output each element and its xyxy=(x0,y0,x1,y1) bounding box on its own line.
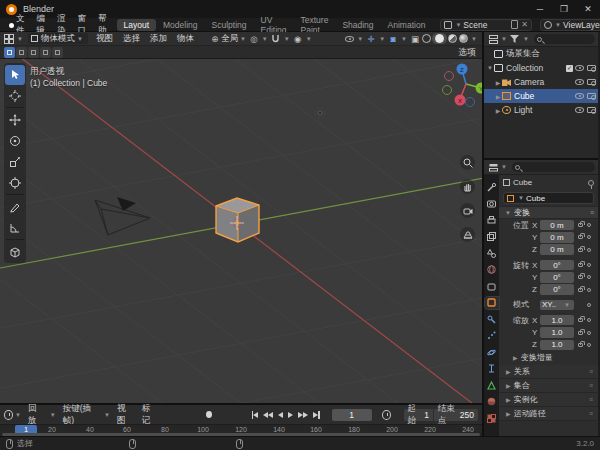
current-frame-field[interactable]: 1 xyxy=(332,409,372,421)
visibility-icon[interactable] xyxy=(343,33,355,45)
camera-view-button[interactable] xyxy=(460,203,475,218)
tool-select-box[interactable] xyxy=(5,65,25,85)
lock-icon[interactable] xyxy=(578,275,583,279)
light-object[interactable] xyxy=(315,108,325,118)
menu-playback[interactable]: 回放 xyxy=(23,403,48,427)
animate-dot-icon[interactable] xyxy=(587,275,591,279)
tool-measure[interactable] xyxy=(5,218,25,238)
shading-material-icon[interactable] xyxy=(448,34,457,43)
auto-key-record-icon[interactable] xyxy=(206,411,212,418)
lock-icon[interactable] xyxy=(578,318,583,322)
expand-arrow-icon[interactable]: ▶ xyxy=(494,107,502,114)
properties-editor-icon[interactable] xyxy=(487,161,499,173)
panel-menu-icon[interactable]: ≡ xyxy=(590,209,594,216)
lock-icon[interactable] xyxy=(578,331,583,335)
menu-view[interactable]: 视图 xyxy=(91,33,118,45)
pin-icon[interactable] xyxy=(588,180,594,186)
outliner-row-camera[interactable]: ▶ Camera xyxy=(484,75,598,89)
object-name-field[interactable]: ▼ Cube xyxy=(503,192,594,204)
collection-checkbox[interactable]: ✓ xyxy=(566,65,573,72)
xray-toggle-icon[interactable]: ▣ xyxy=(409,33,421,45)
use-preview-range-icon[interactable] xyxy=(382,410,391,420)
pan-hand-button[interactable] xyxy=(460,179,475,194)
tool-add-cube[interactable] xyxy=(5,242,25,262)
hide-viewport-icon[interactable] xyxy=(575,93,584,99)
viewport-3d[interactable]: Z Y X 用户透视 (1) Collection | Cube xyxy=(0,59,482,403)
location-z-field[interactable]: 0 m xyxy=(540,244,574,255)
tab-shading[interactable]: Shading xyxy=(335,19,380,31)
hide-viewport-icon[interactable] xyxy=(575,79,584,85)
rotation-z-field[interactable]: 0° xyxy=(540,284,574,295)
overlays-toggle-icon[interactable]: ◙ xyxy=(387,33,399,45)
filter-icon[interactable] xyxy=(509,33,521,45)
view-layer-selector[interactable]: ▼ ViewLayer ✕ xyxy=(540,19,600,31)
rotation-y-field[interactable]: 0° xyxy=(540,272,574,283)
tool-scale[interactable] xyxy=(5,152,25,172)
tab-collection[interactable] xyxy=(485,280,499,292)
menu-markers[interactable]: 标记 xyxy=(137,403,162,427)
shading-wireframe-icon[interactable] xyxy=(422,34,431,43)
outliner-row-light[interactable]: ▶ Light xyxy=(484,103,598,117)
tool-rotate[interactable] xyxy=(5,131,25,151)
tab-scene[interactable] xyxy=(485,247,499,259)
frame-end-field[interactable]: 结束点 250 xyxy=(433,409,478,421)
panel-delta-transform[interactable]: ▶ 变换增量 xyxy=(499,351,598,365)
tab-material[interactable] xyxy=(485,396,499,408)
tab-tool[interactable] xyxy=(485,181,499,193)
select-mode-invert-icon[interactable] xyxy=(40,47,51,58)
scene-selector[interactable]: ▼ Scene ✕ xyxy=(440,19,532,31)
editor-type-icon[interactable] xyxy=(3,33,15,45)
animate-dot-icon[interactable] xyxy=(587,343,591,347)
tool-annotate[interactable] xyxy=(5,197,25,217)
new-scene-icon[interactable] xyxy=(511,20,518,29)
hide-viewport-icon[interactable] xyxy=(575,107,584,113)
tool-transform[interactable] xyxy=(5,173,25,193)
animate-dot-icon[interactable] xyxy=(587,303,591,307)
tab-sculpting[interactable]: Sculpting xyxy=(205,19,254,31)
play-button[interactable] xyxy=(288,409,293,421)
animate-dot-icon[interactable] xyxy=(587,235,591,239)
tab-modeling[interactable]: Modeling xyxy=(156,19,205,31)
perspective-toggle-button[interactable] xyxy=(460,227,475,242)
tab-output[interactable] xyxy=(485,214,499,226)
scale-z-field[interactable]: 1.0 xyxy=(540,340,574,351)
jump-to-start-button[interactable] xyxy=(252,409,259,421)
close-button[interactable]: ✕ xyxy=(576,0,600,18)
select-mode-extend-icon[interactable] xyxy=(16,47,27,58)
animate-dot-icon[interactable] xyxy=(587,288,591,292)
tab-world[interactable] xyxy=(485,264,499,276)
frame-start-field[interactable]: 起始 1 xyxy=(404,409,433,421)
rotation-x-field[interactable]: 0° xyxy=(540,260,574,271)
disable-render-icon[interactable] xyxy=(587,93,596,99)
tab-layout[interactable]: Layout xyxy=(117,19,157,31)
camera-object[interactable] xyxy=(95,197,150,235)
pivot-point-icon[interactable]: ◎ xyxy=(248,33,260,45)
timeline-editor-icon[interactable] xyxy=(4,410,13,420)
outliner-row-cube[interactable]: ▶ Cube xyxy=(484,89,598,103)
panel-collections[interactable]: ▶ 集合 ≡ xyxy=(499,379,598,393)
location-x-field[interactable]: 0 m xyxy=(540,220,574,231)
tab-view-layer[interactable] xyxy=(485,231,499,243)
outliner-row-scene-collection[interactable]: 场景集合 xyxy=(484,47,598,61)
tab-data[interactable] xyxy=(485,379,499,391)
select-mode-new-icon[interactable] xyxy=(4,47,15,58)
tab-animation[interactable]: Animation xyxy=(381,19,433,31)
panel-instancing[interactable]: ▶ 实例化 ≡ xyxy=(499,393,598,407)
lock-icon[interactable] xyxy=(578,248,583,252)
disable-render-icon[interactable] xyxy=(587,79,596,85)
animate-dot-icon[interactable] xyxy=(587,331,591,335)
scale-x-field[interactable]: 1.0 xyxy=(540,315,574,326)
outliner-display-mode-icon[interactable] xyxy=(487,33,499,45)
location-y-field[interactable]: 0 m xyxy=(540,232,574,243)
disable-render-icon[interactable] xyxy=(587,65,596,71)
tab-modifiers[interactable] xyxy=(485,313,499,325)
expand-arrow-icon[interactable]: ▶ xyxy=(494,93,502,100)
play-reverse-button[interactable] xyxy=(278,409,283,421)
tab-physics[interactable] xyxy=(485,346,499,358)
gizmos-toggle-icon[interactable]: ✛ xyxy=(365,33,377,45)
disable-render-icon[interactable] xyxy=(587,107,596,113)
tool-cursor[interactable] xyxy=(5,86,25,106)
unlink-scene-icon[interactable]: ✕ xyxy=(521,20,528,29)
animate-dot-icon[interactable] xyxy=(587,318,591,322)
lock-icon[interactable] xyxy=(578,263,583,267)
